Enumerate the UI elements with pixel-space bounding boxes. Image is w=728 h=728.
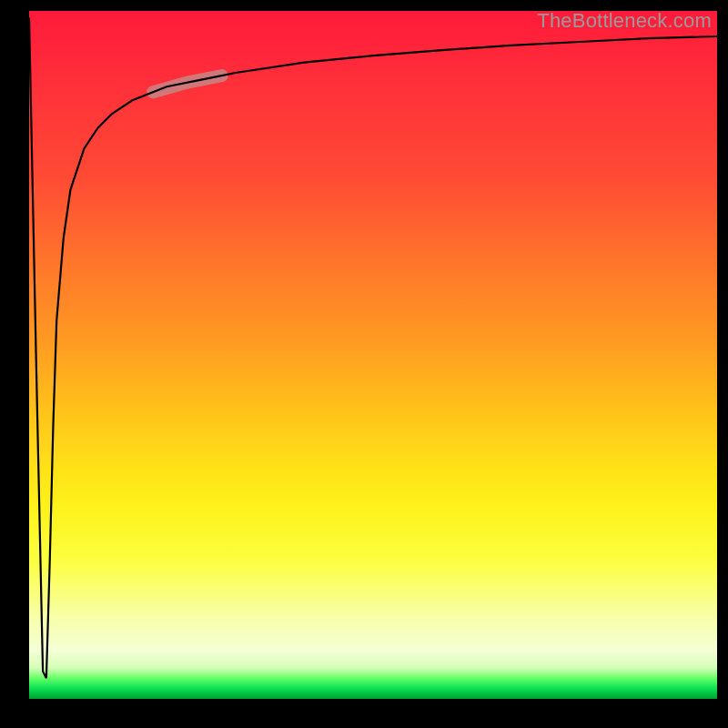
chart-svg bbox=[29, 11, 717, 699]
bottleneck-curve bbox=[29, 18, 717, 679]
plot-area: TheBottleneck.com bbox=[29, 11, 717, 699]
chart-container: TheBottleneck.com bbox=[0, 0, 728, 728]
watermark-text: TheBottleneck.com bbox=[537, 9, 712, 33]
